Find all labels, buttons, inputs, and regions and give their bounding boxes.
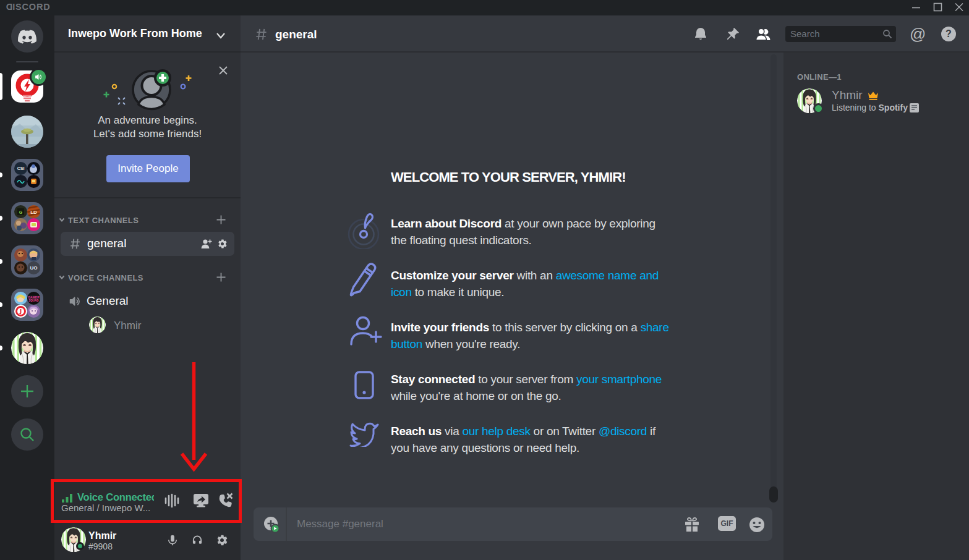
svg-text:SQUAD: SQUAD bbox=[28, 299, 39, 302]
svg-text:G: G bbox=[19, 210, 23, 214]
svg-text:LD: LD bbox=[30, 210, 37, 215]
